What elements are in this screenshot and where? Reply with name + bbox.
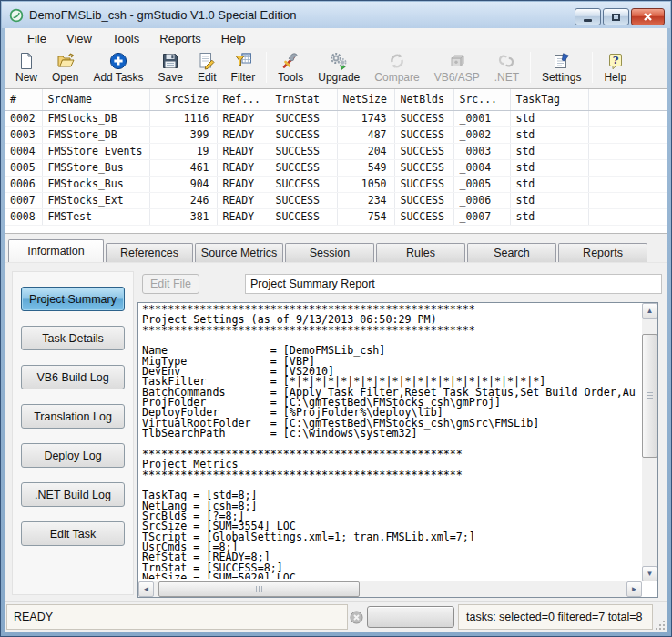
cell: FMStocks_Ext bbox=[42, 192, 149, 208]
menu-tools[interactable]: Tools bbox=[102, 30, 149, 47]
menu-help[interactable]: Help bbox=[211, 30, 256, 47]
horizontal-scroll-thumb[interactable] bbox=[158, 581, 360, 597]
project-summary-button[interactable]: Project Summary bbox=[21, 287, 125, 311]
minimize-button[interactable] bbox=[575, 8, 601, 25]
new-document-icon bbox=[17, 52, 36, 70]
table-row[interactable]: 0007FMStocks_Ext246READYSUCCESS234SUCCES… bbox=[5, 192, 667, 208]
table-row[interactable]: 0006FMStocks_Bus904READYSUCCESS1050SUCCE… bbox=[5, 176, 667, 192]
cell: _0005 bbox=[453, 176, 510, 192]
column-header-netblds[interactable]: NetBlds bbox=[394, 89, 453, 110]
cell bbox=[588, 143, 667, 159]
menu-view[interactable]: View bbox=[56, 30, 102, 47]
cell: std bbox=[510, 143, 588, 159]
table-row[interactable]: 0002FMStocks_DB1116READYSUCCESS1743SUCCE… bbox=[5, 110, 667, 126]
cell: std bbox=[510, 208, 588, 225]
edit-task-button[interactable]: Edit Task bbox=[21, 521, 125, 546]
toolbar-help-button[interactable]: ?Help bbox=[596, 50, 634, 85]
scroll-right-icon[interactable]: ► bbox=[626, 581, 642, 597]
cell: SUCCESS bbox=[394, 208, 453, 225]
menu-reports[interactable]: Reports bbox=[149, 30, 211, 47]
toolbar-filter-button[interactable]: Filter bbox=[224, 50, 263, 85]
translation-log-button[interactable]: Translation Log bbox=[21, 404, 125, 429]
thumb-grip bbox=[647, 392, 653, 399]
table-row[interactable]: 0005FMSStore_Bus461READYSUCCESS549SUCCES… bbox=[5, 159, 667, 176]
tab-search[interactable]: Search bbox=[467, 243, 556, 262]
edit-icon bbox=[198, 52, 216, 70]
tab-reports[interactable]: Reports bbox=[558, 243, 647, 262]
deploy-log-button[interactable]: Deploy Log bbox=[21, 443, 125, 468]
close-button[interactable] bbox=[631, 8, 665, 25]
toolbar-button-label: Settings bbox=[542, 71, 581, 84]
edit-file-button[interactable]: Edit File bbox=[142, 274, 199, 294]
toolbar-edit-button[interactable]: Edit bbox=[190, 50, 224, 85]
horizontal-scrollbar[interactable]: ◄ ► bbox=[138, 581, 642, 597]
table-row[interactable]: 0004FMSStore_Events19READYSUCCESS204SUCC… bbox=[5, 143, 667, 159]
maximize-button[interactable] bbox=[603, 8, 629, 25]
column-header-ref[interactable]: Ref... bbox=[217, 89, 270, 110]
column-header-netsize[interactable]: NetSize bbox=[337, 89, 394, 110]
vb6-asp-icon bbox=[448, 52, 466, 70]
toolbar-open-button[interactable]: Open bbox=[45, 50, 86, 85]
cell: std bbox=[510, 110, 588, 126]
column-header-srcname[interactable]: SrcName bbox=[42, 89, 149, 110]
report-text-area[interactable]: ****************************************… bbox=[137, 302, 658, 598]
toolbar-new-button[interactable]: New bbox=[8, 50, 45, 85]
vertical-scrollbar[interactable]: ▲ ▼ bbox=[642, 303, 657, 581]
toolbar-button-label: New bbox=[15, 71, 37, 84]
cell: std bbox=[510, 192, 588, 208]
cell: 1743 bbox=[337, 110, 394, 126]
table-header-row: #SrcNameSrcSizeRef...TrnStatNetSizeNetBl… bbox=[5, 89, 667, 110]
table-row[interactable]: 0003FMSStore_DB399READYSUCCESS487SUCCESS… bbox=[5, 126, 667, 143]
toolbar-tools-button[interactable]: Tools bbox=[270, 50, 311, 85]
toolbar-separator bbox=[266, 52, 267, 83]
filter-icon bbox=[234, 52, 252, 70]
scroll-up-icon[interactable]: ▲ bbox=[642, 303, 657, 318]
cell bbox=[588, 192, 667, 208]
cell: SUCCESS bbox=[270, 208, 337, 225]
information-tab-page: Project SummaryTask DetailsVB6 Build Log… bbox=[5, 262, 667, 602]
menu-file[interactable]: File bbox=[17, 30, 56, 47]
toolbar-vb6-asp-button[interactable]: VB6/ASP bbox=[427, 50, 487, 85]
cell: 399 bbox=[149, 126, 217, 143]
toolbar-net-button[interactable]: .NET bbox=[487, 50, 526, 85]
column-header-num[interactable]: # bbox=[5, 89, 42, 110]
task-details-button[interactable]: Task Details bbox=[21, 326, 125, 350]
client-area: FileViewToolsReportsHelp NewOpenAdd Task… bbox=[5, 28, 667, 632]
cell: SUCCESS bbox=[394, 192, 453, 208]
toolbar-button-label: Add Tasks bbox=[93, 71, 143, 84]
column-header-src[interactable]: Src... bbox=[453, 89, 510, 110]
report-title-input[interactable] bbox=[245, 274, 662, 294]
tab-session[interactable]: Session bbox=[285, 243, 374, 262]
cancel-icon[interactable] bbox=[350, 611, 363, 624]
cell: _0001 bbox=[453, 110, 510, 126]
scroll-left-icon[interactable]: ◄ bbox=[138, 581, 154, 597]
toolbar-upgrade-button[interactable]: Upgrade bbox=[311, 50, 367, 85]
cell: SUCCESS bbox=[270, 143, 337, 159]
cell bbox=[588, 110, 667, 126]
tab-references[interactable]: References bbox=[106, 243, 193, 262]
net-build-log-button[interactable]: .NET Build Log bbox=[21, 482, 125, 507]
table-row[interactable]: 0008FMSTest381READYSUCCESS754SUCCESS_000… bbox=[5, 208, 667, 225]
vertical-scroll-thumb[interactable] bbox=[642, 334, 657, 458]
cell: 461 bbox=[149, 159, 217, 176]
tab-rules[interactable]: Rules bbox=[376, 243, 465, 262]
cell: READY bbox=[217, 208, 270, 225]
toolbar-add-tasks-button[interactable]: Add Tasks bbox=[86, 50, 150, 85]
column-header-filler[interactable] bbox=[588, 89, 667, 110]
task-grid[interactable]: #SrcNameSrcSizeRef...TrnStatNetSizeNetBl… bbox=[5, 88, 667, 234]
toolbar-compare-button[interactable]: Compare bbox=[367, 50, 426, 85]
cell: SUCCESS bbox=[270, 192, 337, 208]
resize-grip[interactable] bbox=[655, 619, 667, 631]
tab-source-metrics[interactable]: Source Metrics bbox=[195, 243, 283, 262]
column-header-srcsize[interactable]: SrcSize bbox=[149, 89, 217, 110]
vb6-build-log-button[interactable]: VB6 Build Log bbox=[21, 365, 125, 389]
column-header-trnstat[interactable]: TrnStat bbox=[270, 89, 337, 110]
tab-information[interactable]: Information bbox=[8, 239, 104, 262]
column-header-tasktag[interactable]: TaskTag bbox=[510, 89, 588, 110]
toolbar-settings-button[interactable]: Settings bbox=[535, 50, 588, 85]
scroll-down-icon[interactable]: ▼ bbox=[642, 566, 657, 581]
tasks-summary-panel: tasks: selected=0 filtered=7 total=8 bbox=[458, 604, 653, 630]
toolbar-save-button[interactable]: Save bbox=[151, 50, 190, 85]
cell: SUCCESS bbox=[394, 143, 453, 159]
cell bbox=[588, 126, 667, 143]
